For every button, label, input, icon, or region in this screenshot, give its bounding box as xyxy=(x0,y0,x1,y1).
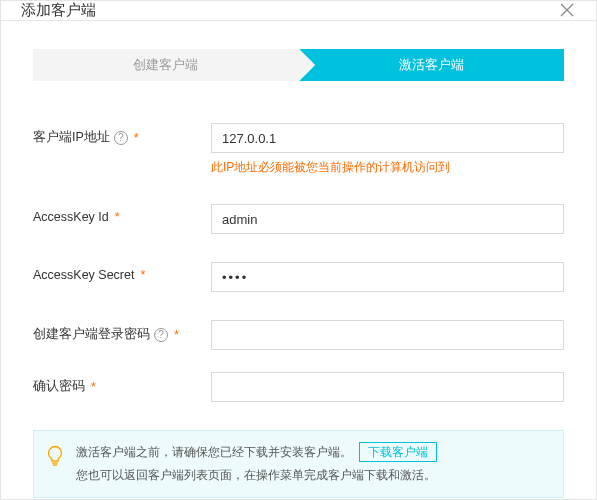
row-client-ip: 客户端IP地址 ? * 此IP地址必须能被您当前操作的计算机访问到 xyxy=(33,123,564,176)
accesskey-id-input[interactable] xyxy=(211,204,564,234)
help-icon[interactable]: ? xyxy=(154,328,168,342)
label-confirm-password: 确认密码 * xyxy=(33,372,211,395)
row-confirm-password: 确认密码 * xyxy=(33,372,564,402)
label-accesskey-id: AccessKey Id * xyxy=(33,204,211,224)
close-icon[interactable] xyxy=(560,3,576,19)
dialog-body: 创建客户端 激活客户端 客户端IP地址 ? * 此IP地址必须能被您当前操作的计… xyxy=(1,21,596,500)
label-client-ip: 客户端IP地址 ? * xyxy=(33,123,211,146)
row-accesskey-secret: AccessKey Secret * xyxy=(33,262,564,292)
step-label: 创建客户端 xyxy=(133,56,198,74)
required-mark: * xyxy=(91,380,96,394)
ip-hint: 此IP地址必须能被您当前操作的计算机访问到 xyxy=(211,159,564,176)
download-client-button[interactable]: 下载客户端 xyxy=(359,442,437,462)
lightbulb-icon xyxy=(46,445,64,470)
required-mark: * xyxy=(174,328,179,342)
accesskey-secret-input[interactable] xyxy=(211,262,564,292)
dialog-title: 添加客户端 xyxy=(21,1,96,20)
row-accesskey-id: AccessKey Id * xyxy=(33,204,564,234)
dialog-header: 添加客户端 xyxy=(1,1,596,21)
row-login-password: 创建客户端登录密码 ? * xyxy=(33,320,564,350)
required-mark: * xyxy=(134,131,139,145)
info-text: 激活客户端之前，请确保您已经下载并安装客户端。 下载客户端 您也可以返回客户端列… xyxy=(76,441,437,487)
required-mark: * xyxy=(115,210,120,224)
confirm-password-input[interactable] xyxy=(211,372,564,402)
login-password-input[interactable] xyxy=(211,320,564,350)
step-indicator: 创建客户端 激活客户端 xyxy=(33,49,564,81)
info-box: 激活客户端之前，请确保您已经下载并安装客户端。 下载客户端 您也可以返回客户端列… xyxy=(33,430,564,498)
add-client-dialog: 添加客户端 创建客户端 激活客户端 客户端IP地址 ? * 此IP地址必须能被您… xyxy=(0,0,597,500)
required-mark: * xyxy=(140,268,145,282)
step-create-client[interactable]: 创建客户端 xyxy=(33,49,299,81)
help-icon[interactable]: ? xyxy=(114,131,128,145)
label-login-password: 创建客户端登录密码 ? * xyxy=(33,320,211,343)
step-label: 激活客户端 xyxy=(399,56,464,74)
client-ip-input[interactable] xyxy=(211,123,564,153)
step-activate-client[interactable]: 激活客户端 xyxy=(299,49,565,81)
label-accesskey-secret: AccessKey Secret * xyxy=(33,262,211,282)
